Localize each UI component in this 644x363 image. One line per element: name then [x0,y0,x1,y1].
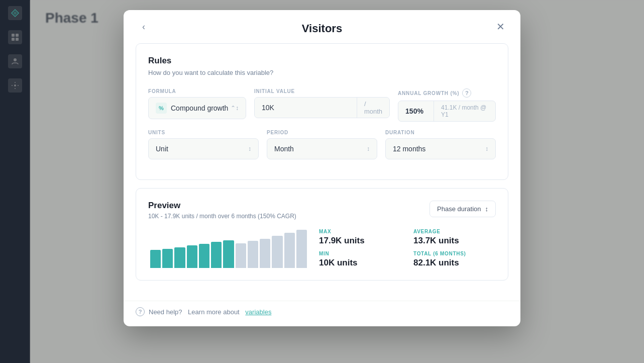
stats-grid: MAX 17.9K units AVERAGE 13.7K units MIN … [319,229,496,268]
bar-6 [223,240,234,268]
bar-8 [248,241,258,268]
rules-subtitle: How do you want to calculate this variab… [148,69,496,76]
bar-3 [187,245,197,268]
preview-header: Preview 10K - 17.9K units / month over 6… [148,201,496,220]
bar-9 [260,239,270,268]
bar-4 [199,244,209,268]
modal: ‹ Visitors ✕ Rules How do you want to ca… [124,10,520,326]
chart-stats-row: MAX 17.9K units AVERAGE 13.7K units MIN … [148,228,496,268]
bar-7 [236,243,246,268]
annual-growth-field: 41.1K / month @ Y1 [398,101,496,122]
stat-total-value: 82.1K units [413,258,496,268]
close-button[interactable]: ✕ [492,19,508,35]
need-help-text: Need help? [149,308,182,316]
formula-chevron-icon: ⌃↕ [231,105,239,112]
preview-card: Preview 10K - 17.9K units / month over 6… [136,188,508,281]
annual-growth-input[interactable] [398,102,434,120]
period-label: PERIOD [267,130,377,135]
phase-duration-button[interactable]: Phase duration ↕ [430,201,496,217]
bar-11 [284,233,295,268]
units-value: Unit [156,145,168,153]
rules-title: Rules [148,56,496,66]
modal-overlay: ‹ Visitors ✕ Rules How do you want to ca… [0,0,644,363]
initial-value-label: INITIAL VALUE [254,88,390,94]
phase-duration-chevron-icon: ↕ [485,205,489,213]
initial-value-input[interactable] [255,99,357,117]
formula-value: Compound growth [171,104,228,112]
stat-average-label: AVERAGE [413,229,496,234]
units-group: UNITS Unit ↕ [148,130,259,159]
formula-label: FORMULA [148,88,246,94]
initial-value-suffix: / month [357,98,389,118]
bar-5 [211,242,222,268]
annual-growth-help-icon[interactable]: ? [462,88,471,98]
bar-0 [150,250,161,268]
duration-value: 12 months [393,145,425,153]
modal-footer: ? Need help? Learn more about variables [124,301,520,326]
stat-total: TOTAL (6 MONTHS) 82.1K units [413,251,496,268]
preview-title: Preview [148,201,296,211]
initial-value-field: / month [254,97,390,118]
formula-select-inner: % Compound growth [156,103,228,114]
form-row-2: UNITS Unit ↕ PERIOD Month ↕ [148,130,496,159]
units-select[interactable]: Unit ↕ [148,138,259,159]
units-label: UNITS [148,130,259,135]
back-button[interactable]: ‹ [136,19,152,35]
initial-value-group: INITIAL VALUE / month [254,88,390,122]
bar-12 [296,230,307,268]
formula-group: FORMULA % Compound growth ⌃↕ [148,88,246,122]
stat-max-label: MAX [319,229,401,234]
footer-variables-link[interactable]: variables [245,308,271,316]
annual-growth-label: ANNUAL GROWTH (%) [398,90,459,96]
formula-select[interactable]: % Compound growth ⌃↕ [148,97,246,119]
period-chevron-icon: ↕ [367,145,370,152]
annual-growth-group: ANNUAL GROWTH (%) ? 41.1K / month @ Y1 [398,88,496,122]
stat-total-label: TOTAL (6 MONTHS) [413,251,496,256]
period-group: PERIOD Month ↕ [267,130,377,159]
stat-min: MIN 10K units [319,251,401,268]
stat-min-value: 10K units [319,258,401,268]
stat-max-value: 17.9K units [319,236,401,246]
chart-container [148,228,309,268]
footer-learn-text: Learn more about [186,308,242,316]
modal-body: Rules How do you want to calculate this … [124,43,520,301]
duration-select[interactable]: 12 months ↕ [385,138,496,159]
percent-icon: % [156,103,167,114]
modal-header: ‹ Visitors ✕ [124,10,520,43]
duration-chevron-icon: ↕ [485,145,488,152]
preview-subtitle: 10K - 17.9K units / month over 6 months … [148,213,296,220]
stat-average: AVERAGE 13.7K units [413,229,496,246]
bar-1 [162,249,173,268]
preview-header-left: Preview 10K - 17.9K units / month over 6… [148,201,296,220]
bar-2 [174,247,185,268]
bar-10 [272,236,282,268]
units-chevron-icon: ↕ [248,145,251,152]
need-help-icon: ? [136,307,145,316]
phase-duration-label: Phase duration [437,205,481,213]
stat-min-label: MIN [319,251,401,256]
stat-max: MAX 17.9K units [319,229,401,246]
form-row-1: FORMULA % Compound growth ⌃↕ INITIAL VAL… [148,88,496,122]
duration-label: DURATION [385,130,496,135]
modal-title: Visitors [302,22,342,35]
period-select[interactable]: Month ↕ [267,138,377,159]
stat-average-value: 13.7K units [413,236,496,246]
period-value: Month [274,145,294,153]
duration-group: DURATION 12 months ↕ [385,130,496,159]
rules-card: Rules How do you want to calculate this … [136,43,508,180]
annual-growth-info: 41.1K / month @ Y1 [434,101,495,121]
annual-growth-label-row: ANNUAL GROWTH (%) ? [398,88,496,98]
